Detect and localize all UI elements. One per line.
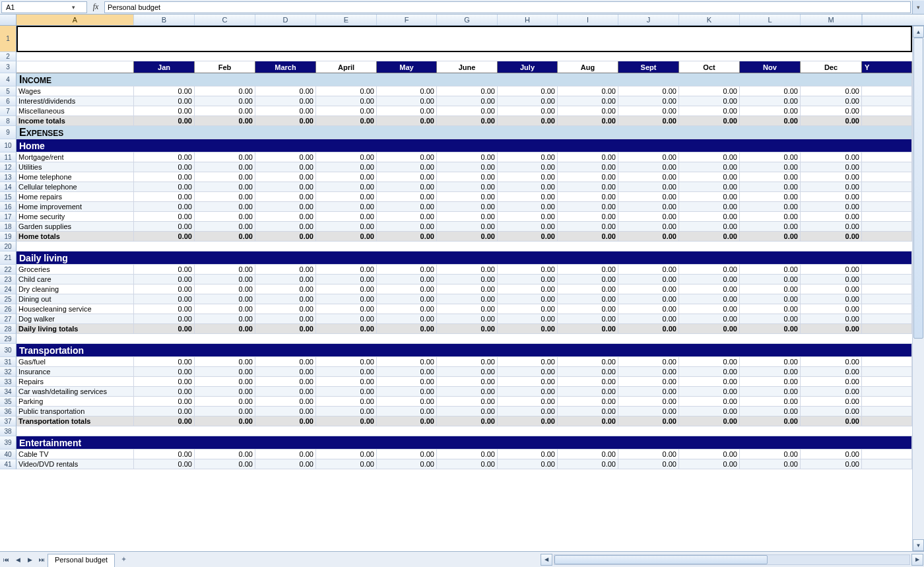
value-cell[interactable]: 0.00 bbox=[679, 232, 740, 242]
value-cell[interactable]: 0.00 bbox=[801, 202, 862, 212]
value-cell[interactable]: 0.00 bbox=[195, 450, 255, 459]
value-cell[interactable]: 0.00 bbox=[195, 397, 255, 407]
value-cell[interactable]: 0.00 bbox=[801, 106, 862, 116]
value-cell[interactable]: 0.00 bbox=[498, 304, 558, 314]
value-cell[interactable]: 0.00 bbox=[558, 275, 618, 284]
value-cell[interactable]: 0.00 bbox=[801, 397, 862, 407]
value-cell[interactable]: 0.00 bbox=[801, 192, 862, 202]
month-header[interactable]: May bbox=[377, 61, 437, 73]
value-cell[interactable]: 0.00 bbox=[801, 314, 862, 324]
value-cell[interactable] bbox=[862, 357, 912, 367]
value-cell[interactable]: 0.00 bbox=[679, 152, 740, 162]
value-cell[interactable]: 0.00 bbox=[558, 222, 618, 232]
value-cell[interactable]: 0.00 bbox=[255, 162, 316, 172]
value-cell[interactable] bbox=[862, 162, 912, 172]
value-cell[interactable]: 0.00 bbox=[618, 222, 679, 232]
row-header[interactable]: 24 bbox=[0, 284, 16, 294]
value-cell[interactable]: 0.00 bbox=[618, 192, 679, 202]
column-header-C[interactable]: C bbox=[195, 15, 255, 25]
value-cell[interactable]: 0.00 bbox=[437, 202, 498, 212]
row-header[interactable]: 7 bbox=[0, 106, 16, 116]
row-header[interactable]: 27 bbox=[0, 314, 16, 324]
row-header[interactable]: 1 bbox=[0, 26, 16, 52]
value-cell[interactable]: 0.00 bbox=[740, 202, 801, 212]
row-label[interactable]: Garden supplies bbox=[16, 222, 134, 232]
value-cell[interactable]: 0.00 bbox=[134, 162, 195, 172]
value-cell[interactable]: 0.00 bbox=[618, 459, 679, 469]
value-cell[interactable]: 0.00 bbox=[316, 96, 377, 106]
value-cell[interactable]: 0.00 bbox=[437, 314, 498, 324]
value-cell[interactable] bbox=[862, 407, 912, 417]
month-header[interactable]: Sept bbox=[618, 61, 679, 73]
value-cell[interactable]: 0.00 bbox=[255, 407, 316, 417]
row-header[interactable]: 10 bbox=[0, 139, 16, 152]
value-cell[interactable]: 0.00 bbox=[255, 182, 316, 192]
value-cell[interactable]: 0.00 bbox=[740, 294, 801, 304]
value-cell[interactable]: 0.00 bbox=[255, 265, 316, 275]
value-cell[interactable]: 0.00 bbox=[498, 106, 558, 116]
value-cell[interactable]: 0.00 bbox=[740, 377, 801, 387]
value-cell[interactable]: 0.00 bbox=[316, 357, 377, 367]
value-cell[interactable]: 0.00 bbox=[437, 106, 498, 116]
row-label[interactable]: Gas/fuel bbox=[16, 357, 134, 367]
value-cell[interactable]: 0.00 bbox=[195, 96, 255, 106]
value-cell[interactable]: 0.00 bbox=[558, 202, 618, 212]
value-cell[interactable] bbox=[862, 450, 912, 459]
value-cell[interactable]: 0.00 bbox=[377, 265, 437, 275]
value-cell[interactable]: 0.00 bbox=[134, 202, 195, 212]
value-cell[interactable]: 0.00 bbox=[801, 294, 862, 304]
month-header[interactable]: Feb bbox=[195, 61, 255, 73]
value-cell[interactable]: 0.00 bbox=[740, 275, 801, 284]
value-cell[interactable]: 0.00 bbox=[134, 284, 195, 294]
value-cell[interactable]: 0.00 bbox=[316, 459, 377, 469]
value-cell[interactable]: 0.00 bbox=[255, 116, 316, 126]
value-cell[interactable]: 0.00 bbox=[316, 387, 377, 397]
month-header[interactable]: June bbox=[437, 61, 498, 73]
row-header[interactable]: 12 bbox=[0, 162, 16, 172]
row-label[interactable]: Car wash/detailing services bbox=[16, 387, 134, 397]
value-cell[interactable]: 0.00 bbox=[498, 116, 558, 126]
value-cell[interactable]: 0.00 bbox=[740, 459, 801, 469]
value-cell[interactable]: 0.00 bbox=[498, 162, 558, 172]
value-cell[interactable]: 0.00 bbox=[134, 324, 195, 334]
value-cell[interactable]: 0.00 bbox=[377, 294, 437, 304]
value-cell[interactable]: 0.00 bbox=[801, 407, 862, 417]
column-header-M[interactable]: M bbox=[801, 15, 862, 25]
row-label[interactable]: Interest/dividends bbox=[16, 96, 134, 106]
value-cell[interactable]: 0.00 bbox=[740, 182, 801, 192]
value-cell[interactable]: 0.00 bbox=[498, 202, 558, 212]
row-header[interactable]: 5 bbox=[0, 86, 16, 96]
value-cell[interactable]: 0.00 bbox=[558, 172, 618, 182]
column-header-G[interactable]: G bbox=[437, 15, 498, 25]
value-cell[interactable]: 0.00 bbox=[498, 182, 558, 192]
value-cell[interactable]: 0.00 bbox=[377, 192, 437, 202]
value-cell[interactable]: 0.00 bbox=[377, 367, 437, 377]
value-cell[interactable]: 0.00 bbox=[377, 182, 437, 192]
subsection-header[interactable]: Transportation bbox=[16, 344, 912, 357]
value-cell[interactable]: 0.00 bbox=[679, 116, 740, 126]
value-cell[interactable] bbox=[862, 232, 912, 242]
value-cell[interactable]: 0.00 bbox=[195, 162, 255, 172]
value-cell[interactable]: 0.00 bbox=[679, 265, 740, 275]
value-cell[interactable]: 0.00 bbox=[740, 192, 801, 202]
value-cell[interactable]: 0.00 bbox=[679, 357, 740, 367]
value-cell[interactable]: 0.00 bbox=[679, 192, 740, 202]
subsection-header[interactable]: Home bbox=[16, 139, 912, 152]
value-cell[interactable]: 0.00 bbox=[498, 294, 558, 304]
value-cell[interactable]: 0.00 bbox=[195, 152, 255, 162]
value-cell[interactable]: 0.00 bbox=[558, 450, 618, 459]
value-cell[interactable]: 0.00 bbox=[498, 324, 558, 334]
value-cell[interactable]: 0.00 bbox=[740, 367, 801, 377]
value-cell[interactable]: 0.00 bbox=[618, 377, 679, 387]
value-cell[interactable]: 0.00 bbox=[679, 397, 740, 407]
row-label[interactable]: Cable TV bbox=[16, 450, 134, 459]
value-cell[interactable]: 0.00 bbox=[255, 367, 316, 377]
row-header[interactable]: 25 bbox=[0, 294, 16, 304]
value-cell[interactable]: 0.00 bbox=[377, 172, 437, 182]
row-label[interactable]: Housecleaning service bbox=[16, 304, 134, 314]
row-label[interactable]: Child care bbox=[16, 275, 134, 284]
month-header[interactable]: July bbox=[498, 61, 558, 73]
value-cell[interactable]: 0.00 bbox=[437, 152, 498, 162]
value-cell[interactable]: 0.00 bbox=[316, 152, 377, 162]
value-cell[interactable]: 0.00 bbox=[437, 377, 498, 387]
